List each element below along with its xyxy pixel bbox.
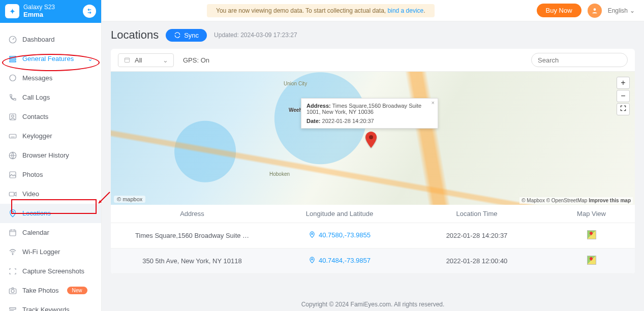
- mapbox-logo: © mapbox: [114, 196, 145, 203]
- zoom-out-button[interactable]: −: [617, 90, 630, 102]
- col-longitude-latitude: Longitude and Latitude: [273, 210, 406, 217]
- sidebar: ✦ Galaxy S23 Emma Dashboard General Feat…: [0, 0, 102, 311]
- avatar[interactable]: [588, 4, 602, 18]
- svg-rect-2: [10, 58, 16, 59]
- sidebar-item-label: Capture Screenshots: [22, 267, 84, 275]
- sidebar-item-label: Dashboard: [22, 36, 55, 43]
- sync-button[interactable]: Sync: [166, 29, 207, 42]
- sidebar-item-keylogger[interactable]: Keylogger: [0, 127, 101, 146]
- svg-rect-9: [10, 172, 16, 178]
- map-view-button[interactable]: [587, 230, 596, 239]
- cell-time: 2022-01-28 12:00:40: [406, 257, 548, 265]
- location-icon: [8, 209, 17, 218]
- user-name: Emma: [23, 11, 79, 19]
- chevron-down-icon: ⌄: [87, 55, 93, 63]
- image-icon: [8, 170, 17, 179]
- sidebar-item-photos[interactable]: Photos: [0, 165, 101, 184]
- wifi-icon: [8, 247, 17, 257]
- chevron-down-icon: ⌄: [630, 7, 635, 14]
- location-icon: [309, 231, 316, 238]
- user-icon: [591, 7, 598, 14]
- list-icon: [8, 54, 17, 64]
- cell-address: Times Square,1560 Broadway Suite …: [111, 232, 273, 239]
- footer: Copyright © 2024 FamiEyes.com. All right…: [102, 301, 644, 308]
- buy-now-button[interactable]: Buy Now: [537, 4, 581, 17]
- svg-point-11: [12, 211, 14, 213]
- contact-icon: [8, 112, 17, 121]
- coordinates-link[interactable]: 40.7484,-73.9857: [309, 257, 371, 264]
- language-label: English: [608, 7, 628, 14]
- svg-rect-12: [10, 230, 16, 235]
- sidebar-item-capture-screenshots[interactable]: Capture Screenshots: [0, 262, 101, 281]
- svg-point-23: [369, 135, 373, 139]
- search-box[interactable]: [531, 53, 628, 67]
- svg-rect-7: [9, 134, 16, 138]
- col-map-view: Map View: [548, 210, 635, 217]
- col-address: Address: [111, 210, 273, 217]
- sidebar-item-call-logs[interactable]: Call Logs: [0, 88, 101, 107]
- date-filter[interactable]: All ⌄: [118, 53, 174, 67]
- updated-text: Updated: 2024-03-09 17:23:27: [214, 32, 297, 39]
- fullscreen-button[interactable]: [617, 103, 630, 115]
- sidebar-item-label: Messages: [22, 74, 52, 82]
- map-city-label: Weeh: [289, 107, 302, 113]
- location-icon: [309, 257, 316, 264]
- globe-icon: [8, 151, 17, 160]
- demo-banner: You are now viewing demo data. To start …: [207, 4, 435, 17]
- sidebar-item-label: Contacts: [22, 113, 48, 120]
- new-badge: New: [67, 287, 87, 294]
- swap-device-icon[interactable]: [83, 5, 96, 18]
- sidebar-item-messages[interactable]: Messages: [0, 69, 101, 88]
- sidebar-item-label: Calendar: [22, 229, 49, 236]
- bind-device-link[interactable]: bind a device: [388, 7, 424, 14]
- zoom-in-button[interactable]: +: [617, 77, 630, 89]
- keyboard-icon: [8, 132, 17, 141]
- sidebar-item-wifi-logger[interactable]: Wi-Fi Logger: [0, 242, 101, 262]
- sidebar-item-browser-history[interactable]: Browser History: [0, 146, 101, 165]
- table-row: 350 5th Ave, New York, NY 10118 40.7484,…: [111, 248, 635, 274]
- svg-rect-21: [125, 58, 129, 63]
- sidebar-item-label: Locations: [22, 209, 51, 217]
- sidebar-item-contacts[interactable]: Contacts: [0, 107, 101, 127]
- map-view-button[interactable]: [587, 256, 596, 265]
- map-city-label: Hoboken: [269, 171, 290, 177]
- table-row: Times Square,1560 Broadway Suite … 40.75…: [111, 223, 635, 248]
- svg-rect-1: [10, 56, 16, 57]
- close-icon[interactable]: ×: [432, 100, 435, 106]
- sidebar-item-label: Keylogger: [22, 132, 52, 140]
- improve-map-link[interactable]: Improve this map: [589, 198, 631, 203]
- sidebar-item-general-features[interactable]: General Features ⌄: [0, 49, 101, 69]
- keywords-icon: [8, 305, 17, 311]
- sidebar-item-label: Wi-Fi Logger: [22, 248, 60, 256]
- cell-time: 2022-01-28 14:20:37: [406, 232, 548, 239]
- sidebar-item-calendar[interactable]: Calendar: [0, 223, 101, 242]
- refresh-icon: [174, 32, 181, 39]
- language-selector[interactable]: English ⌄: [608, 7, 635, 14]
- filter-value: All: [135, 56, 142, 64]
- map[interactable]: Union City Hoboken Weeh × Address: Times…: [111, 72, 635, 205]
- device-name: Galaxy S23: [23, 4, 79, 11]
- cell-address: 350 5th Ave, New York, NY 10118: [111, 257, 273, 265]
- coordinates-link[interactable]: 40.7580,-73.9855: [309, 231, 371, 239]
- sidebar-item-locations[interactable]: Locations: [0, 204, 101, 223]
- main: Locations Sync Updated: 2024-03-09 17:23…: [102, 21, 644, 311]
- sidebar-item-label: Photos: [22, 171, 43, 178]
- sidebar-item-label: Take Photos: [22, 287, 59, 294]
- map-city-label: Union City: [284, 81, 307, 86]
- sidebar-item-dashboard[interactable]: Dashboard: [0, 30, 101, 49]
- sidebar-item-label: General Features: [22, 55, 74, 63]
- map-pin-icon[interactable]: [365, 132, 377, 149]
- table-header: Address Longitude and Latitude Location …: [111, 205, 635, 223]
- map-info-popup: × Address: Times Square,1560 Broadway Su…: [301, 98, 438, 129]
- calendar-icon: [124, 56, 131, 64]
- search-input[interactable]: [538, 56, 623, 64]
- gauge-icon: [8, 35, 17, 44]
- sidebar-item-take-photos[interactable]: Take Photos New: [0, 281, 101, 300]
- sidebar-item-track-keywords[interactable]: Track Keywords: [0, 300, 101, 311]
- sidebar-item-video[interactable]: Video: [0, 184, 101, 204]
- app-logo: ✦: [5, 4, 19, 18]
- phone-icon: [8, 93, 17, 102]
- video-icon: [8, 190, 17, 199]
- sync-label: Sync: [184, 32, 199, 39]
- svg-point-15: [11, 289, 14, 292]
